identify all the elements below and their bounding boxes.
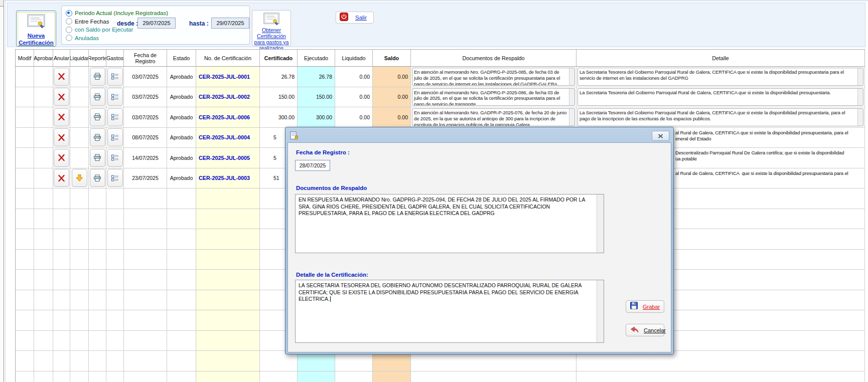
reporte-button[interactable] [90, 128, 105, 146]
detalle-memo[interactable]: La Secretaria Tesoreria del Gobierno Par… [577, 88, 863, 106]
empty-cell [89, 351, 106, 371]
empty-cell [106, 331, 124, 351]
empty-cell [53, 310, 70, 331]
hasta-date-input[interactable]: 29/07/2025 [211, 18, 249, 29]
detalle-memo[interactable]: La Secretaria Tesorera del Gobierno Parr… [577, 68, 863, 86]
cell-saldo: 0.00 [373, 107, 411, 128]
down-arrow-icon [76, 174, 83, 182]
cell-fecha: 08/07/2025 [124, 128, 167, 148]
documentos-text: En atención al memorando Nro. GADPRG-P-2… [412, 68, 569, 85]
cell-liquidar [70, 107, 89, 128]
obtener-certificacion-button[interactable]: Obtener Certificación para gastos ya rea… [252, 10, 291, 46]
cell-estado: Aprobado [167, 87, 196, 108]
cell-anular [53, 87, 70, 108]
cell-modif [16, 148, 34, 168]
gastos-button[interactable] [107, 128, 123, 146]
anular-button[interactable] [54, 169, 69, 187]
empty-cell [34, 371, 53, 382]
empty-cell [167, 250, 196, 270]
salir-button[interactable]: Salir [336, 12, 374, 24]
window-left-edge [0, 0, 4, 382]
gastos-button[interactable] [107, 169, 123, 187]
dialog-titlebar[interactable] [287, 129, 672, 142]
textarea-scrollbar[interactable] [597, 280, 604, 342]
empty-cell [53, 188, 70, 209]
fecha-registro-input[interactable]: 28/07/2025 [295, 160, 330, 171]
documentos-memo[interactable]: En atención al memorando Nro. GADPRG-P-2… [412, 68, 575, 86]
nueva-certificacion-button[interactable]: Nueva Certificación [16, 11, 56, 47]
empty-cell [196, 188, 260, 209]
anular-button[interactable] [54, 149, 69, 167]
document-coins-icon [290, 131, 299, 142]
cell-certificado: 26.78 [260, 67, 298, 87]
printer-icon [93, 93, 101, 101]
textarea-scrollbar[interactable] [597, 195, 604, 253]
red-x-icon [58, 113, 65, 121]
cell-reporte [89, 67, 106, 87]
empty-cell [53, 250, 70, 270]
radio-selected-icon [66, 10, 72, 17]
empty-cell [70, 290, 89, 311]
cell-estado: Aprobado [167, 128, 196, 148]
certification-link[interactable]: CER-2025-JUL-0004 [196, 128, 260, 148]
cell-modif [16, 67, 34, 87]
certification-link[interactable]: CER-2025-JUL-0006 [196, 107, 260, 128]
cancelar-button[interactable]: Cancelar [626, 324, 664, 336]
radio-icon [66, 35, 72, 41]
liquidar-button[interactable] [72, 169, 87, 187]
empty-cell [34, 209, 53, 230]
cell-certificado: 150.00 [260, 87, 298, 108]
anular-button[interactable] [54, 68, 69, 86]
memo-scrollbar[interactable] [569, 109, 574, 126]
anular-button[interactable] [54, 128, 69, 146]
certification-link[interactable]: CER-2025-JUL-0002 [196, 87, 260, 108]
memo-scrollbar[interactable] [857, 68, 863, 85]
empty-cell [106, 270, 124, 290]
reporte-button[interactable] [90, 68, 105, 86]
gastos-button[interactable] [107, 108, 123, 126]
certification-link[interactable]: CER-2025-JUL-0005 [196, 148, 260, 168]
gastos-button[interactable] [107, 88, 123, 106]
anular-button[interactable] [54, 108, 69, 126]
gastos-button[interactable] [107, 149, 123, 167]
certification-link[interactable]: CER-2025-JUL-0001 [196, 67, 260, 87]
radio-icon [66, 18, 72, 25]
reporte-button[interactable] [90, 108, 105, 126]
gastos-button[interactable] [107, 68, 123, 86]
memo-scrollbar[interactable] [569, 68, 574, 85]
dialog-close-button[interactable] [652, 131, 669, 141]
reporte-button[interactable] [90, 88, 105, 106]
documentos-memo[interactable]: En atención al Memorando Nro. GADPR-P-20… [412, 108, 575, 126]
detalle-memo[interactable]: La Secretaria Tesorera del Gobierno Parr… [577, 108, 863, 126]
documentos-respaldo-textarea[interactable]: EN RESPUESTA A MEMORANDO Nro. GADPRG-P-2… [295, 194, 604, 253]
cell-ejecutado: 300.00 [298, 107, 335, 128]
detalle-certificacion-textarea[interactable]: LA SECRETARIA TESORERA DEL GOBIERNO AUTO… [295, 280, 604, 343]
memo-scrollbar[interactable] [569, 89, 574, 106]
reporte-button[interactable] [90, 169, 105, 187]
detalle-text: La Secretaria Tesorera del Gobierno Parr… [578, 109, 857, 126]
cell-reporte [89, 148, 106, 168]
documentos-memo[interactable]: En atención al memorando Nro. GADPRG-P-2… [412, 88, 575, 106]
desde-date-input[interactable]: 29/07/2025 [137, 18, 176, 29]
documentos-text: En atención al memorando Nro. GADPRG-P-2… [412, 89, 569, 106]
empty-cell [53, 270, 70, 290]
memo-scrollbar[interactable] [857, 109, 863, 126]
empty-cell [124, 270, 167, 290]
detalle-certificacion-text: LA SECRETARIA TESORERA DEL GOBIERNO AUTO… [296, 280, 597, 342]
cell-gastos [106, 128, 124, 148]
memo-scrollbar[interactable] [857, 89, 863, 106]
col-header-aprobar: Aprobar [34, 50, 53, 67]
empty-cell [89, 209, 106, 230]
grabar-button[interactable]: Grabar [626, 300, 664, 313]
cell-estado: Aprobado [167, 148, 196, 168]
reporte-button[interactable] [90, 149, 105, 167]
certification-link[interactable]: CER-2025-JUL-0003 [196, 168, 260, 189]
empty-cell [34, 188, 53, 209]
empty-cell [196, 290, 260, 311]
cell-liquidar [70, 87, 89, 108]
empty-cell [167, 209, 196, 230]
radio-anuladas[interactable]: Anuladas [66, 34, 249, 43]
empty-cell [167, 310, 196, 331]
anular-button[interactable] [54, 88, 69, 106]
radio-periodo-actual[interactable]: Periodo Actual (Incluye Registradas) [66, 9, 249, 18]
